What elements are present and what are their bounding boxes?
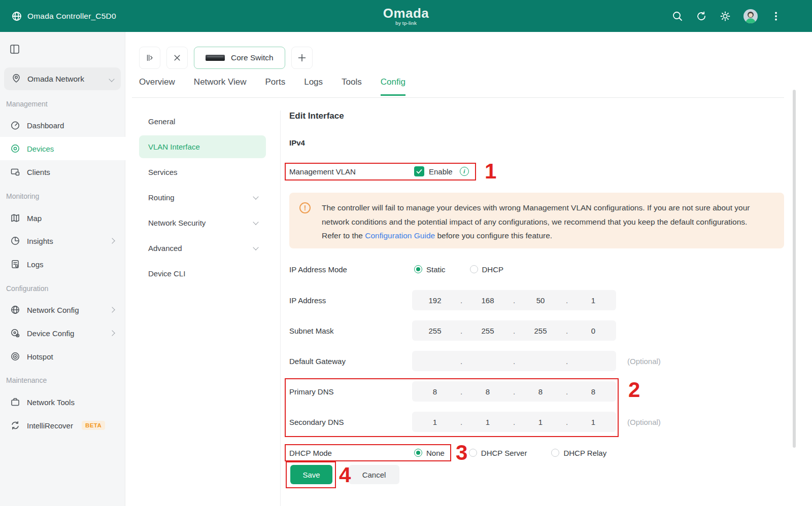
config-menu-network-security[interactable]: Network Security bbox=[139, 211, 266, 234]
device-config-icon bbox=[10, 328, 20, 338]
warning-text: The controller will fail to manage your … bbox=[322, 201, 764, 248]
sidebar-item-devices[interactable]: Devices bbox=[0, 137, 125, 160]
dhcp-radio[interactable] bbox=[470, 265, 478, 273]
check-icon bbox=[416, 168, 423, 175]
main-content: Core Switch Overview Network View Ports … bbox=[126, 32, 812, 506]
dhcp-none-radio[interactable] bbox=[414, 449, 422, 457]
warning-icon: ! bbox=[299, 202, 311, 213]
tab-network-view[interactable]: Network View bbox=[194, 77, 247, 96]
vertical-divider bbox=[280, 111, 281, 506]
beta-badge: BETA bbox=[82, 421, 105, 430]
clients-icon bbox=[10, 167, 20, 177]
user-avatar[interactable] bbox=[743, 9, 758, 23]
sidebar-item-logs[interactable]: Logs bbox=[0, 252, 125, 276]
info-icon[interactable]: i bbox=[460, 167, 469, 176]
section-label-monitoring: Monitoring bbox=[6, 192, 39, 202]
dhcp-none-label: None bbox=[426, 449, 445, 457]
site-selector[interactable]: Omada Network bbox=[4, 67, 121, 90]
tab-ports[interactable]: Ports bbox=[265, 77, 285, 96]
cancel-button[interactable]: Cancel bbox=[349, 465, 399, 484]
logs-icon bbox=[10, 259, 20, 269]
config-menu-advanced[interactable]: Advanced bbox=[139, 237, 266, 260]
vertical-scrollbar[interactable] bbox=[793, 90, 796, 448]
collapse-panel-button[interactable] bbox=[139, 47, 160, 69]
network-config-icon bbox=[10, 305, 20, 315]
ipv4-section-label: IPv4 bbox=[289, 138, 305, 147]
section-label-management: Management bbox=[6, 100, 48, 110]
warning-banner: ! The controller will fail to manage you… bbox=[289, 193, 784, 248]
sidebar-item-map[interactable]: Map bbox=[0, 206, 125, 230]
brightness-icon[interactable] bbox=[720, 11, 731, 22]
kebab-menu-icon[interactable] bbox=[770, 11, 782, 22]
ip-address-mode-label: IP Address Mode bbox=[289, 265, 412, 274]
config-menu: General VLAN Interface Services Routing … bbox=[139, 110, 266, 287]
static-radio[interactable] bbox=[414, 265, 422, 273]
dhcp-server-radio[interactable] bbox=[469, 449, 477, 457]
sidebar-item-intellirecover[interactable]: IntelliRecover BETA bbox=[0, 414, 125, 437]
ip-address-input[interactable]: 192.168.50.1 bbox=[412, 290, 616, 310]
config-menu-services[interactable]: Services bbox=[139, 161, 266, 184]
chevron-down-icon bbox=[253, 194, 258, 199]
edit-interface-form: Edit Interface IPv4 Management VLAN Enab… bbox=[289, 32, 784, 506]
device-tab-bar: Core Switch bbox=[139, 47, 313, 69]
devices-icon bbox=[10, 143, 20, 154]
search-icon[interactable] bbox=[672, 11, 683, 22]
tab-overview[interactable]: Overview bbox=[139, 77, 175, 96]
sidebar-item-network-config[interactable]: Network Config bbox=[0, 298, 125, 321]
secondary-dns-input[interactable]: 1.1.1.1 bbox=[412, 412, 616, 432]
close-tab-button[interactable] bbox=[166, 47, 188, 69]
config-menu-general[interactable]: General bbox=[139, 110, 266, 133]
dhcp-relay-label: DHCP Relay bbox=[563, 449, 606, 457]
config-menu-vlan-interface[interactable]: VLAN Interface bbox=[139, 135, 266, 158]
chevron-down-icon bbox=[253, 244, 258, 250]
dhcp-relay-radio[interactable] bbox=[551, 449, 559, 457]
refresh-icon[interactable] bbox=[696, 11, 707, 22]
sidebar-item-insights[interactable]: Insights bbox=[0, 229, 125, 252]
subnet-mask-label: Subnet Mask bbox=[289, 327, 412, 335]
enable-label: Enable bbox=[429, 167, 453, 176]
globe-icon bbox=[11, 11, 22, 22]
omada-logo: Omada by tp-link bbox=[383, 7, 429, 26]
form-title: Edit Interface bbox=[289, 111, 344, 121]
save-button[interactable]: Save bbox=[290, 465, 332, 484]
chevron-down-icon bbox=[253, 219, 258, 225]
collapse-panel-icon bbox=[145, 53, 154, 62]
dhcp-server-label: DHCP Server bbox=[481, 449, 527, 457]
static-label: Static bbox=[426, 265, 446, 274]
switch-device-image bbox=[206, 55, 225, 61]
collapse-sidebar-icon[interactable] bbox=[9, 44, 20, 55]
optional-label: (Optional) bbox=[627, 418, 661, 426]
location-pin-icon bbox=[11, 73, 21, 85]
sidebar-item-network-tools[interactable]: Network Tools bbox=[0, 390, 125, 414]
sidebar-item-dashboard[interactable]: Dashboard bbox=[0, 114, 125, 137]
insights-icon bbox=[10, 236, 20, 246]
configuration-guide-link[interactable]: Configuration Guide bbox=[365, 231, 435, 240]
controller-title: Omada Controller_C5D0 bbox=[27, 12, 116, 21]
hotspot-icon bbox=[10, 351, 20, 362]
default-gateway-input[interactable]: ... bbox=[412, 351, 616, 371]
dhcp-mode-label: DHCP Mode bbox=[289, 449, 412, 457]
chevron-down-icon bbox=[109, 76, 114, 82]
primary-dns-label: Primary DNS bbox=[289, 387, 412, 396]
sidebar-item-device-config[interactable]: Device Config bbox=[0, 321, 125, 345]
primary-dns-input[interactable]: 8.8.8.8 bbox=[412, 381, 616, 402]
dhcp-label: DHCP bbox=[482, 265, 504, 274]
network-tools-icon bbox=[10, 397, 20, 407]
section-label-configuration: Configuration bbox=[6, 284, 48, 295]
secondary-dns-label: Secondary DNS bbox=[289, 418, 412, 426]
sidebar-item-clients[interactable]: Clients bbox=[0, 160, 125, 184]
site-selector-label: Omada Network bbox=[27, 75, 104, 84]
app-header: Omada Controller_C5D0 Omada by tp-link bbox=[0, 0, 812, 32]
section-label-maintenance: Maintenance bbox=[6, 376, 47, 386]
sidebar-item-hotspot[interactable]: Hotspot bbox=[0, 345, 125, 368]
sidebar: Omada Network Management Dashboard Devic… bbox=[0, 32, 125, 506]
management-vlan-label: Management VLAN bbox=[289, 167, 412, 176]
subnet-mask-input[interactable]: 255.255.255.0 bbox=[412, 320, 616, 341]
close-icon bbox=[173, 54, 181, 62]
config-menu-routing[interactable]: Routing bbox=[139, 186, 266, 209]
config-menu-device-cli[interactable]: Device CLI bbox=[139, 262, 266, 285]
device-tab-core-switch[interactable]: Core Switch bbox=[194, 47, 285, 69]
chevron-right-icon bbox=[109, 330, 115, 336]
management-vlan-checkbox[interactable] bbox=[414, 166, 424, 176]
intellirecover-icon bbox=[10, 420, 20, 430]
